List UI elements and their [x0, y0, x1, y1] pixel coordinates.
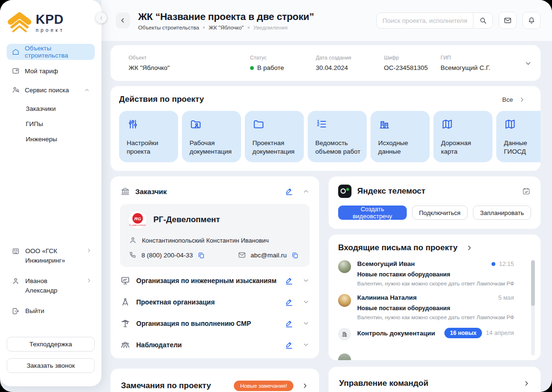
open-team-button[interactable] — [522, 380, 530, 387]
edit-section-button[interactable] — [284, 276, 294, 285]
team-card[interactable]: Управление командой — [329, 367, 541, 392]
home-icon — [11, 48, 20, 56]
info-expand-button[interactable] — [522, 58, 534, 69]
copy-email-button[interactable] — [291, 251, 299, 259]
drafting-compass-icon — [120, 297, 130, 307]
edit-section-button[interactable] — [284, 297, 294, 307]
sidebar-logout-item[interactable]: Выйти — [0, 306, 101, 316]
main-area: ЖК “Название проекта в две строки” Объек… — [101, 0, 552, 392]
breadcrumb-separator — [248, 27, 250, 29]
remarks-title: Замечания по проекту — [121, 381, 211, 391]
action-card-label: Проектная документация — [252, 139, 298, 156]
breadcrumb-item-current: Уведомления — [253, 25, 288, 30]
info-value: ЖК "Яблочко" — [129, 64, 250, 71]
sidebar-user-item[interactable]: Иванов Александр — [0, 276, 101, 295]
sidebar-item-my-tariff[interactable]: Мой тариф — [7, 63, 95, 79]
edit-section-button[interactable] — [284, 340, 294, 350]
sidebar-item-search-service[interactable]: Сервис поиска — [7, 82, 95, 98]
expand-section-button[interactable] — [302, 320, 310, 327]
action-card-source-data[interactable]: Исходные данные — [371, 111, 430, 162]
info-label: Объект — [129, 55, 250, 60]
action-card-label: Рабочая документация — [190, 139, 235, 156]
section-label: Наблюдатели — [136, 341, 182, 349]
section-design-org[interactable]: Проектная организация — [120, 291, 310, 313]
header-actions — [376, 12, 541, 29]
action-card-roadmap[interactable]: Дорожная карта — [433, 111, 492, 162]
see-all-link[interactable]: Все — [502, 96, 525, 103]
action-card-volumes[interactable]: 12 Ведомость объемов работ — [308, 111, 367, 162]
customer-title: Заказчик — [135, 187, 167, 196]
breadcrumb-item[interactable]: Объекты строительства — [138, 25, 199, 30]
mail-item[interactable]: Контроль документации 16 новых 14 апреля — [338, 328, 514, 341]
project-info-bar: Объект ЖК "Яблочко" Статус В работе Дата… — [110, 45, 541, 81]
section-observers[interactable]: Наблюдатели — [120, 334, 310, 355]
inbox-scrollbar[interactable] — [531, 260, 535, 355]
action-card-label: Ведомость объемов работ — [315, 139, 361, 156]
chevron-up-icon — [302, 188, 310, 195]
order-call-button[interactable]: Заказать звонок — [7, 358, 95, 373]
info-label: Статус — [250, 55, 316, 60]
action-card-label: Настройки проекта — [127, 139, 172, 156]
copy-icon — [197, 251, 205, 259]
mail-subject: Новые поставки оборудования — [357, 271, 514, 278]
sidebar-item-label: Объекты строительства — [25, 45, 90, 59]
mail-button[interactable] — [499, 12, 517, 29]
person-icon — [11, 277, 20, 285]
action-card-working-docs[interactable]: Рабочая документация — [182, 111, 241, 162]
search-input[interactable] — [377, 17, 473, 24]
scrollbar-thumb[interactable] — [531, 260, 535, 306]
edit-customer-button[interactable] — [284, 186, 294, 196]
search-button[interactable] — [473, 13, 492, 28]
pencil-icon — [284, 319, 294, 328]
notifications-button[interactable] — [522, 12, 541, 29]
join-meeting-button[interactable]: Подключиться — [412, 206, 468, 220]
open-remarks-button[interactable] — [301, 382, 309, 390]
mail-time: 14 апреля — [486, 330, 514, 336]
schedule-meeting-button[interactable]: Запланировать — [473, 206, 531, 220]
content-area: Объект ЖК "Яблочко" Статус В работе Дата… — [101, 41, 552, 392]
phone-icon — [129, 251, 137, 259]
action-card-project-docs[interactable]: Проектная документация — [245, 111, 304, 162]
mail-item[interactable]: Калинина Наталия 5 мая Новые поставки об… — [338, 294, 514, 320]
app-logo: KPD проект — [0, 11, 101, 34]
map-icon — [504, 118, 541, 130]
customer-phone[interactable]: 8 (800) 200-04-33 — [141, 252, 193, 259]
action-cards-row: Настройки проекта Рабочая документация П… — [119, 111, 541, 162]
envelope-icon — [238, 251, 246, 259]
section-smr-org[interactable]: Организация по выполнению СМР — [120, 313, 310, 334]
breadcrumb-item[interactable]: ЖК "Яблочко" — [209, 25, 244, 30]
sidebar-subitem-engineers[interactable]: Инженеры — [7, 131, 95, 147]
expand-section-button[interactable] — [302, 277, 310, 284]
section-label: Организация по выполнению СМР — [136, 320, 251, 327]
sidebar-subitem-gips[interactable]: ГИПы — [7, 116, 95, 131]
mail-item[interactable]: Всемогущий Иван 12:15 Новые поставки обо… — [338, 260, 514, 286]
calendar-check-icon — [522, 186, 531, 196]
pencil-icon — [284, 186, 294, 196]
action-card-settings[interactable]: Настройки проекта — [119, 111, 178, 162]
action-card-giosd[interactable]: Данные ГИОСД — [496, 111, 541, 162]
info-label: Дата создания — [316, 55, 384, 60]
customer-email[interactable]: abc@mail.ru — [251, 252, 287, 259]
chevron-right-icon — [518, 96, 525, 103]
team-title: Управление командой — [339, 379, 428, 388]
survey-monitor-icon — [120, 275, 130, 286]
open-inbox-button[interactable] — [465, 244, 473, 252]
support-button[interactable]: Техподдержка — [7, 337, 95, 352]
section-survey-org[interactable]: Организация по инженерным изысканиям — [120, 270, 310, 291]
expand-section-button[interactable] — [302, 341, 310, 348]
remarks-card[interactable]: Замечания по проекту Новые замечания! — [110, 369, 319, 392]
edit-section-button[interactable] — [284, 319, 294, 328]
camera-record-dot — [346, 188, 349, 191]
sidebar-company-item[interactable]: ООО «ГСК Инжиниринг» — [0, 246, 101, 265]
sidebar-collapse-button[interactable] — [96, 12, 107, 23]
sidebar-item-construction-objects[interactable]: Объекты строительства — [7, 44, 95, 60]
copy-phone-button[interactable] — [197, 251, 205, 259]
expand-section-button[interactable] — [302, 298, 310, 305]
customer-contact-person: Константинопольский Константин Иванович — [129, 236, 301, 245]
calendar-check-button[interactable] — [522, 186, 531, 196]
company-badge-icon — [11, 247, 20, 255]
collapse-customer-button[interactable] — [302, 188, 310, 195]
sidebar-subitem-customers[interactable]: Заказчики — [7, 101, 95, 116]
back-button[interactable] — [116, 12, 130, 29]
create-meeting-button[interactable]: Создать видеовстречу — [338, 206, 407, 220]
